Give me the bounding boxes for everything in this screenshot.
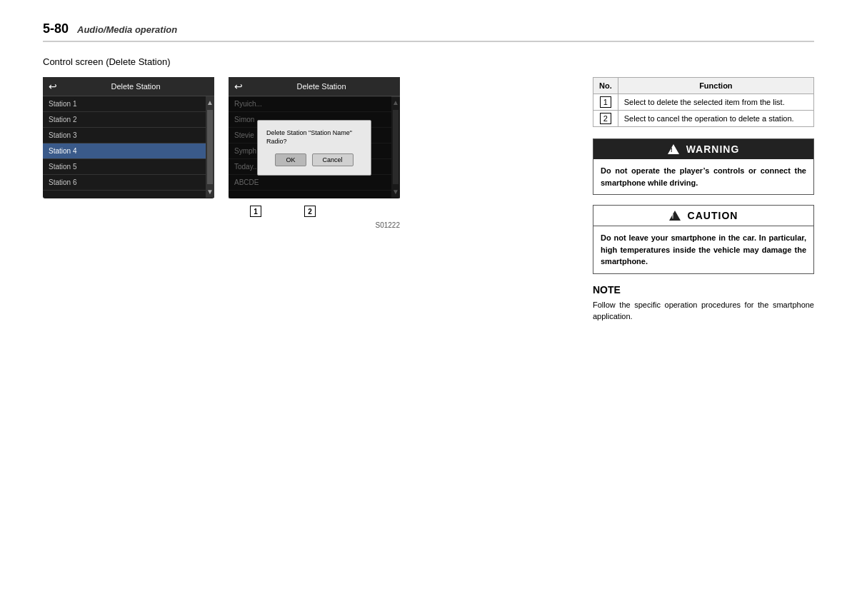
list-item[interactable]: Station 3 xyxy=(43,128,206,143)
warning-header: WARNING xyxy=(593,139,813,159)
list-item[interactable]: Station 5 xyxy=(43,159,206,175)
caution-text: Do not leave your smartphone in the car.… xyxy=(601,232,806,268)
caution-triangle-icon xyxy=(669,211,681,221)
callout-row: 1 2 S01222 xyxy=(43,206,571,229)
table-cell-func: Select to cancel the operation to delete… xyxy=(618,111,813,127)
warning-box: WARNING Do not operate the player’s cont… xyxy=(593,138,814,195)
scroll-down-icon[interactable]: ▼ xyxy=(206,186,214,198)
table-cell-func: Select to delete the selected item from … xyxy=(618,94,813,111)
station-list: Station 1 Station 2 Station 3 Station 4 … xyxy=(43,96,206,198)
note-section: NOTE Follow the specific operation proce… xyxy=(593,284,814,323)
page-title: Audio/Media operation xyxy=(77,24,177,35)
screen2: ↩ Delete Station Ryuich... Simon Stevie … xyxy=(229,77,400,198)
list-item[interactable]: Station 6 xyxy=(43,175,206,191)
screen1-back-icon[interactable]: ↩ xyxy=(49,81,57,92)
screen1-body: Station 1 Station 2 Station 3 Station 4 … xyxy=(43,96,214,198)
page-header: 5-80 Audio/Media operation xyxy=(43,21,814,42)
caution-label: CAUTION xyxy=(688,210,738,221)
list-item[interactable]: Station 4 xyxy=(43,143,206,159)
info-table: No. Function 1 Select to delete the sele… xyxy=(593,77,814,127)
caution-box: CAUTION Do not leave your smartphone in … xyxy=(593,205,814,274)
callout-2: 2 xyxy=(304,206,316,217)
screen2-header: ↩ Delete Station xyxy=(229,77,400,96)
screen2-back-icon[interactable]: ↩ xyxy=(234,81,243,92)
screen1-scrollbar[interactable]: ▲ ▼ xyxy=(206,96,214,198)
scroll-thumb[interactable] xyxy=(207,110,213,184)
list-item[interactable]: Station 1 xyxy=(43,96,206,112)
content-area: ↩ Delete Station Station 1 Station 2 Sta… xyxy=(43,77,814,323)
row2-num: 2 xyxy=(600,113,611,124)
caution-content: Do not leave your smartphone in the car.… xyxy=(593,226,813,273)
table-header-no: No. xyxy=(593,78,618,94)
caution-header: CAUTION xyxy=(593,206,813,226)
right-column: No. Function 1 Select to delete the sele… xyxy=(593,77,814,323)
screens-row: ↩ Delete Station Station 1 Station 2 Sta… xyxy=(43,77,571,198)
callout-1: 1 xyxy=(250,206,261,217)
scroll-up-icon[interactable]: ▲ xyxy=(206,96,214,108)
table-row: 1 Select to delete the selected item fro… xyxy=(593,94,814,111)
table-cell-no: 2 xyxy=(593,111,618,127)
screen2-title: Delete Station xyxy=(249,82,394,91)
note-text: Follow the specific operation procedures… xyxy=(593,299,814,323)
callout-nums: 1 2 xyxy=(229,206,316,217)
row1-num: 1 xyxy=(600,96,611,108)
note-title: NOTE xyxy=(593,284,814,296)
list-item[interactable]: Station 2 xyxy=(43,112,206,128)
page-number: 5-80 xyxy=(43,21,69,36)
dialog-box: Delete Station "Station Name" Radio? OK … xyxy=(257,120,371,175)
dialog-cancel-button[interactable]: Cancel xyxy=(312,153,354,166)
callout-area: 1 2 S01222 xyxy=(229,206,400,229)
left-column: ↩ Delete Station Station 1 Station 2 Sta… xyxy=(43,77,571,323)
screen1: ↩ Delete Station Station 1 Station 2 Sta… xyxy=(43,77,214,198)
screen1-header: ↩ Delete Station xyxy=(43,77,214,96)
warning-content: Do not operate the player’s controls or … xyxy=(593,159,813,194)
dialog-buttons: OK Cancel xyxy=(266,153,362,166)
section-title: Control screen (Delete Station) xyxy=(43,56,814,67)
dialog-overlay: Delete Station "Station Name" Radio? OK … xyxy=(229,97,400,198)
screen1-title: Delete Station xyxy=(63,82,209,91)
dialog-ok-button[interactable]: OK xyxy=(275,153,306,166)
warning-triangle-icon xyxy=(668,144,679,154)
dialog-text: Delete Station "Station Name" Radio? xyxy=(266,129,362,146)
table-row: 2 Select to cancel the operation to dele… xyxy=(593,111,814,127)
table-header-function: Function xyxy=(618,78,813,94)
figure-code: S01222 xyxy=(229,221,400,229)
warning-label: WARNING xyxy=(686,143,740,155)
warning-text: Do not operate the player’s controls or … xyxy=(601,165,806,188)
table-cell-no: 1 xyxy=(593,94,618,111)
